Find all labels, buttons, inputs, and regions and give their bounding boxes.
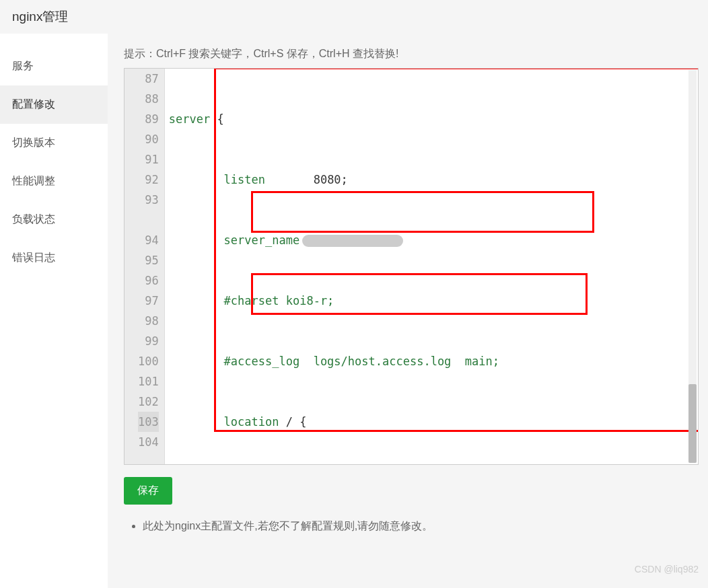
- scrollbar-thumb[interactable]: [688, 384, 697, 463]
- sidebar-item-version[interactable]: 切换版本: [0, 124, 108, 162]
- editor-scrollbar[interactable]: [688, 70, 697, 463]
- sidebar-item-perf[interactable]: 性能调整: [0, 162, 108, 200]
- redacted-server-name: [302, 235, 403, 247]
- sidebar-item-service[interactable]: 服务: [0, 47, 108, 85]
- sidebar: 服务 配置修改 切换版本 性能调整 负载状态 错误日志: [0, 34, 108, 588]
- code-editor[interactable]: 87 88 89 90 91 92 93 94 95 96 97 98 99 1…: [124, 68, 699, 465]
- code-content[interactable]: server { listen 8080; server_name #chars…: [165, 69, 698, 464]
- config-note: 此处为nginx主配置文件,若您不了解配置规则,请勿随意修改。: [143, 519, 699, 534]
- sidebar-item-errorlog[interactable]: 错误日志: [0, 239, 108, 277]
- editor-hint: 提示：Ctrl+F 搜索关键字，Ctrl+S 保存，Ctrl+H 查找替换!: [124, 47, 699, 61]
- line-gutter: 87 88 89 90 91 92 93 94 95 96 97 98 99 1…: [125, 69, 165, 464]
- page-title: nginx管理: [0, 0, 708, 34]
- watermark: CSDN @liq982: [635, 564, 699, 575]
- annotation-box-root: [251, 191, 594, 233]
- main: 提示：Ctrl+F 搜索关键字，Ctrl+S 保存，Ctrl+H 查找替换! 8…: [108, 34, 708, 588]
- save-button[interactable]: 保存: [124, 477, 172, 505]
- sidebar-item-config[interactable]: 配置修改: [0, 85, 108, 124]
- sidebar-item-load[interactable]: 负载状态: [0, 200, 108, 239]
